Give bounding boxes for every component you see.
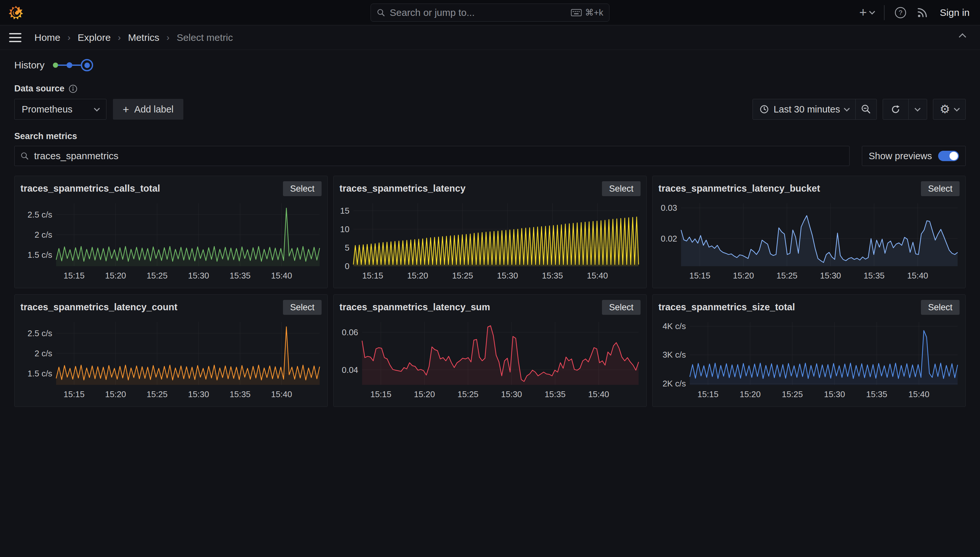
chevron-down-icon [844, 105, 849, 111]
metric-preview-chart: 15:1515:2015:2515:3015:3515:400.030.02 [658, 200, 960, 282]
chevron-down-icon [94, 105, 100, 111]
chevron-down-icon [915, 105, 921, 111]
datasource-picker[interactable]: Prometheus [14, 99, 106, 120]
history-connector [58, 65, 67, 66]
metric-panel: traces_spanmetrics_latency Select 15:151… [333, 176, 647, 288]
svg-text:2 c/s: 2 c/s [34, 230, 52, 239]
svg-text:15:25: 15:25 [147, 271, 168, 280]
help-icon[interactable]: ? [894, 7, 906, 19]
refresh-interval-dropdown[interactable] [909, 99, 927, 119]
breadcrumb-separator: › [118, 33, 121, 43]
select-metric-button[interactable]: Select [283, 300, 322, 315]
select-metric-button[interactable]: Select [602, 300, 640, 315]
breadcrumb-select-metric: Select metric [176, 32, 233, 43]
svg-text:15:30: 15:30 [188, 271, 209, 280]
metric-preview-chart: 15:1515:2015:2515:3015:3515:40151050 [340, 200, 640, 282]
svg-text:15:40: 15:40 [271, 390, 292, 399]
select-metric-button[interactable]: Select [921, 300, 960, 315]
select-metric-button[interactable]: Select [921, 181, 960, 196]
svg-text:15:20: 15:20 [407, 271, 428, 280]
svg-text:15:15: 15:15 [697, 390, 719, 399]
select-metric-button[interactable]: Select [602, 181, 640, 196]
history-step-start-dot[interactable] [53, 63, 58, 68]
svg-text:15:15: 15:15 [64, 271, 85, 280]
svg-text:15:30: 15:30 [824, 390, 845, 399]
controls-row: Data source Prometheus + Add label [14, 84, 966, 120]
breadcrumb-metrics[interactable]: Metrics [128, 32, 159, 43]
settings-group: ⚙ [933, 99, 966, 120]
metric-title: traces_spanmetrics_calls_total [20, 181, 160, 194]
svg-text:15:35: 15:35 [542, 271, 563, 280]
collapse-toolbar-button[interactable] [957, 31, 968, 44]
svg-text:15:15: 15:15 [689, 271, 710, 280]
svg-text:4K c/s: 4K c/s [663, 322, 686, 331]
news-rss-icon[interactable] [916, 7, 928, 18]
svg-text:15:40: 15:40 [588, 390, 609, 399]
top-bar: ⌘+k + ? Sign in [0, 0, 980, 25]
divider [884, 5, 885, 20]
history-current-step[interactable] [81, 59, 93, 71]
svg-text:15:35: 15:35 [229, 271, 250, 280]
datasource-label: Data source [14, 84, 65, 94]
show-previews-toggle[interactable] [938, 151, 959, 161]
svg-text:15:30: 15:30 [820, 271, 841, 280]
history-steps[interactable] [53, 59, 93, 71]
history-connector [72, 65, 81, 66]
select-metric-button[interactable]: Select [283, 181, 322, 196]
time-range-picker[interactable]: Last 30 minutes [753, 99, 855, 119]
explore-metrics-content: History Data source [0, 59, 980, 407]
grafana-app: ⌘+k + ? Sign in Home › [0, 0, 980, 407]
nav-toolbar: Home › Explore › Metrics › Select metric [0, 25, 980, 50]
breadcrumb-separator: › [67, 33, 70, 43]
svg-text:15:25: 15:25 [777, 271, 798, 280]
create-new-button[interactable]: + [859, 5, 874, 20]
search-metrics-field[interactable] [14, 146, 849, 166]
grafana-logo-icon[interactable] [8, 5, 23, 20]
search-shortcut: ⌘+k [571, 7, 603, 18]
metric-preview-chart: 15:1515:2015:2515:3015:3515:400.060.04 [340, 319, 640, 401]
metric-preview-chart: 15:1515:2015:2515:3015:3515:402.5 c/s2 c… [20, 319, 322, 401]
svg-text:0: 0 [345, 262, 349, 271]
history-label: History [14, 60, 44, 71]
global-search-input[interactable] [390, 7, 566, 18]
breadcrumb-explore[interactable]: Explore [78, 32, 111, 43]
svg-text:15:25: 15:25 [457, 390, 479, 399]
shortcut-label: ⌘+k [585, 7, 603, 18]
svg-text:15:20: 15:20 [733, 271, 754, 280]
zoom-out-button[interactable] [856, 99, 877, 119]
svg-text:15:25: 15:25 [782, 390, 803, 399]
svg-text:15:25: 15:25 [452, 271, 473, 280]
menu-hamburger-icon[interactable] [9, 33, 21, 42]
svg-text:15: 15 [340, 206, 350, 215]
breadcrumb-home[interactable]: Home [34, 32, 60, 43]
svg-text:15:35: 15:35 [544, 390, 566, 399]
metric-panel: traces_spanmetrics_latency_count Select … [14, 295, 328, 407]
info-icon[interactable] [69, 84, 78, 93]
metric-panel: traces_spanmetrics_calls_total Select 15… [14, 176, 328, 288]
search-icon [377, 8, 385, 17]
svg-text:0.06: 0.06 [342, 328, 358, 337]
chevron-down-icon [954, 105, 960, 111]
svg-text:15:20: 15:20 [105, 390, 126, 399]
metric-title: traces_spanmetrics_latency_bucket [658, 181, 820, 194]
metric-title: traces_spanmetrics_latency_count [20, 300, 178, 313]
metric-title: traces_spanmetrics_latency_sum [340, 300, 490, 313]
chevron-down-icon [869, 8, 875, 14]
svg-text:2 c/s: 2 c/s [34, 349, 52, 358]
metric-panels-grid: traces_spanmetrics_calls_total Select 15… [14, 176, 966, 407]
sign-in-button[interactable]: Sign in [938, 7, 972, 18]
topbar-actions: + ? Sign in [859, 5, 972, 20]
svg-text:15:40: 15:40 [587, 271, 608, 280]
search-metrics-input[interactable] [34, 150, 843, 161]
add-label-button[interactable]: + Add label [113, 99, 183, 120]
breadcrumb: Home › Explore › Metrics › Select metric [34, 32, 233, 43]
keyboard-icon [571, 8, 582, 17]
global-search-box[interactable]: ⌘+k [371, 3, 609, 22]
history-step-dot[interactable] [67, 62, 72, 68]
show-previews-control: Show previews [862, 146, 966, 166]
settings-button[interactable]: ⚙ [933, 99, 965, 119]
metric-title: traces_spanmetrics_size_total [658, 300, 795, 313]
svg-text:15:35: 15:35 [866, 390, 887, 399]
refresh-button[interactable] [883, 99, 908, 119]
svg-text:15:30: 15:30 [501, 390, 522, 399]
